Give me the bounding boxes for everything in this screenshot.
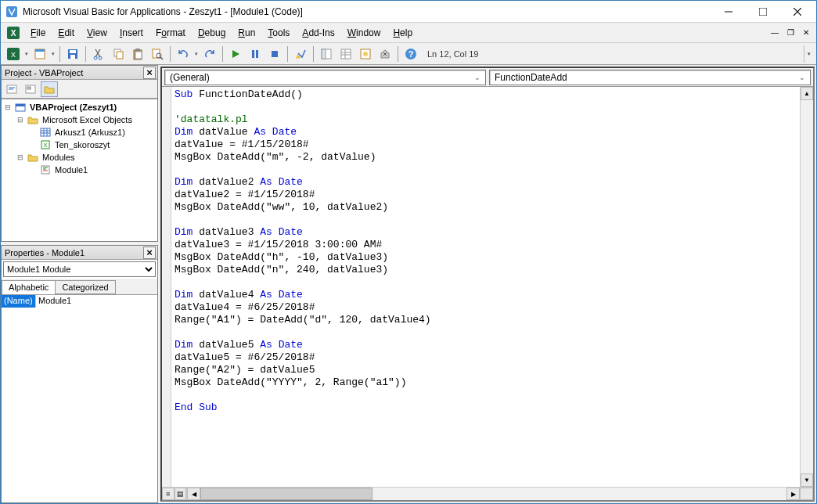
size-grip[interactable] [800, 488, 813, 500]
procedure-view-button[interactable]: ≡ [162, 488, 175, 500]
vba-editor-window: Microsoft Visual Basic for Applications … [0, 0, 817, 504]
menu-run[interactable]: Run [232, 25, 261, 41]
menu-insert[interactable]: Insert [113, 25, 149, 41]
cursor-position: Ln 12, Col 19 [427, 49, 478, 59]
sidebar: Project - VBAProject × ⊟ VBAProject (Zes… [1, 65, 160, 503]
project-tree[interactable]: ⊟ VBAProject (Zeszyt1) ⊟ Microsoft Excel… [2, 99, 157, 241]
full-module-view-button[interactable]: ▤ [175, 488, 187, 500]
property-value-cell[interactable]: Module1 [36, 295, 157, 308]
view-switch-buttons: ≡ ▤ [162, 488, 187, 500]
horizontal-scrollbar[interactable]: ◀ ▶ [187, 488, 800, 500]
mdi-close-button[interactable]: ✕ [799, 25, 813, 39]
scroll-left-button[interactable]: ◀ [187, 488, 200, 500]
toolbar-separator [222, 46, 223, 62]
toolbar-separator [398, 46, 398, 62]
copy-button[interactable] [109, 45, 128, 63]
svg-rect-26 [272, 51, 278, 57]
insert-module-dropdown[interactable]: ▾ [50, 51, 56, 57]
scroll-track[interactable] [801, 100, 813, 473]
break-button[interactable] [246, 45, 265, 63]
paste-button[interactable] [128, 45, 147, 63]
run-button[interactable] [226, 45, 245, 63]
project-explorer-pane: Project - VBAProject × ⊟ VBAProject (Zes… [1, 65, 158, 242]
app-icon [5, 5, 18, 18]
menu-format[interactable]: Format [149, 25, 192, 41]
project-explorer-button[interactable] [317, 45, 336, 63]
tab-alphabetic[interactable]: Alphabetic [2, 280, 56, 294]
cut-button[interactable] [89, 45, 108, 63]
property-row[interactable]: (Name) Module1 [2, 295, 157, 308]
view-excel-dropdown[interactable]: ▾ [23, 51, 30, 57]
design-mode-button[interactable] [291, 45, 310, 63]
property-tabs: Alphabetic Categorized [2, 279, 157, 295]
svg-text:?: ? [408, 49, 414, 59]
project-pane-title: Project - VBAProject [5, 68, 143, 77]
tree-project-root[interactable]: ⊟ VBAProject (Zeszyt1) [2, 101, 157, 113]
code-editor[interactable]: Sub FunctionDateAdd() 'datatalk.pl Dim d… [171, 87, 800, 487]
code-margin[interactable] [162, 87, 171, 487]
code-body: Sub FunctionDateAdd() 'datatalk.pl Dim d… [162, 87, 813, 487]
scroll-track[interactable] [200, 488, 786, 500]
svg-line-23 [160, 57, 163, 59]
toolbar-overflow[interactable]: ▾ [804, 45, 813, 63]
mdi-restore-button[interactable]: ❐ [783, 25, 797, 39]
svg-rect-25 [256, 50, 258, 58]
object-dropdown[interactable]: (General) ⌄ [164, 70, 486, 85]
code-window: (General) ⌄ FunctionDateAdd ⌄ Sub Functi… [160, 67, 815, 502]
object-selector-dropdown[interactable]: Module1 Module [3, 261, 156, 277]
minimize-button[interactable] [711, 2, 746, 22]
tree-excel-objects-folder[interactable]: ⊟ Microsoft Excel Objects [2, 113, 157, 126]
properties-window-button[interactable] [337, 45, 355, 63]
save-button[interactable] [63, 45, 82, 63]
menu-debug[interactable]: Debug [192, 25, 232, 41]
scroll-down-button[interactable]: ▼ [801, 473, 813, 487]
chevron-down-icon: ⌄ [474, 74, 480, 81]
find-button[interactable] [148, 45, 167, 63]
main-area: Project - VBAProject × ⊟ VBAProject (Zes… [1, 65, 816, 503]
tree-module-item[interactable]: Module1 [2, 164, 157, 176]
tab-categorized[interactable]: Categorized [55, 280, 115, 294]
svg-point-34 [363, 52, 368, 56]
chevron-down-icon: ⌄ [799, 74, 805, 81]
tree-workbook-item[interactable]: X Ten_skoroszyt [2, 139, 157, 151]
toolbar-separator [85, 46, 86, 62]
reset-button[interactable] [265, 45, 284, 63]
maximize-button[interactable] [746, 2, 780, 22]
scroll-up-button[interactable]: ▲ [801, 87, 813, 100]
view-code-button[interactable] [3, 81, 20, 97]
undo-dropdown[interactable]: ▾ [193, 51, 200, 57]
toolbar-separator [313, 46, 314, 62]
toggle-folders-button[interactable] [41, 81, 58, 97]
excel-icon[interactable]: X [4, 24, 23, 41]
object-browser-button[interactable] [356, 45, 375, 63]
tree-sheet-item[interactable]: Arkusz1 (Arkusz1) [2, 126, 157, 139]
vertical-scrollbar[interactable]: ▲ ▼ [800, 87, 813, 487]
close-button[interactable] [780, 2, 815, 22]
toolbox-button[interactable] [376, 45, 394, 63]
menu-tools[interactable]: Tools [261, 25, 296, 41]
menu-window[interactable]: Window [341, 25, 387, 41]
help-button[interactable]: ? [401, 45, 420, 63]
menu-view[interactable]: View [81, 25, 113, 41]
redo-button[interactable] [200, 45, 219, 63]
view-excel-button[interactable]: X [4, 45, 23, 63]
view-object-button[interactable] [22, 81, 39, 97]
tree-modules-folder[interactable]: ⊟ Modules [2, 151, 157, 164]
svg-rect-2 [759, 8, 767, 16]
undo-button[interactable] [174, 45, 193, 63]
insert-module-button[interactable] [31, 45, 49, 63]
scroll-thumb[interactable] [200, 488, 373, 500]
properties-pane-title: Properties - Module1 [5, 248, 143, 257]
property-grid[interactable]: (Name) Module1 [2, 295, 157, 308]
procedure-dropdown[interactable]: FunctionDateAdd ⌄ [489, 70, 811, 85]
menu-file[interactable]: File [24, 25, 52, 41]
menu-edit[interactable]: Edit [52, 25, 81, 41]
project-pane-close-button[interactable]: × [143, 67, 156, 79]
svg-text:X: X [11, 29, 16, 38]
menu-add-ins[interactable]: Add-Ins [296, 25, 340, 41]
project-pane-titlebar: Project - VBAProject × [2, 66, 157, 80]
properties-pane-close-button[interactable]: × [143, 247, 156, 259]
scroll-right-button[interactable]: ▶ [786, 488, 800, 500]
mdi-minimize-button[interactable]: — [768, 25, 782, 39]
menu-help[interactable]: Help [387, 25, 419, 41]
